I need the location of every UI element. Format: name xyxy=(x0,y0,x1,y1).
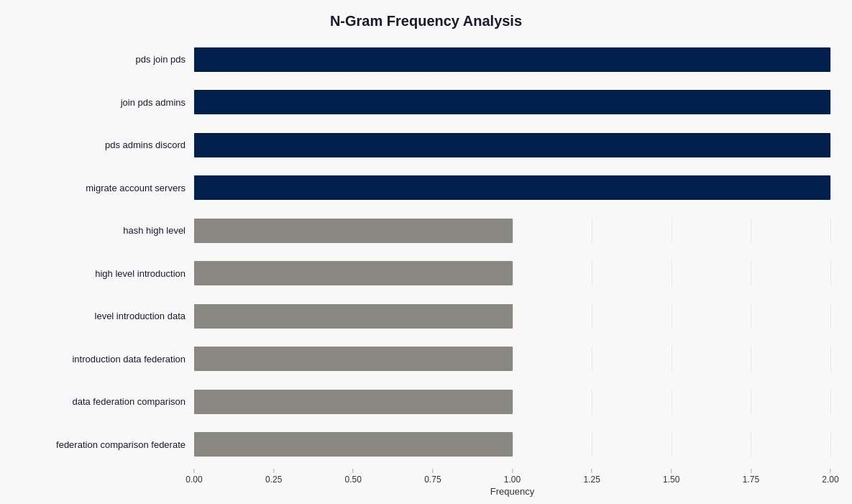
bar-label: level introduction data xyxy=(22,311,194,321)
x-tick-line xyxy=(193,469,194,473)
bar-track xyxy=(194,304,830,329)
bar-track xyxy=(194,432,830,457)
x-tick: 1.25 xyxy=(583,469,600,485)
x-tick-label: 0.50 xyxy=(345,475,362,485)
x-tick-line xyxy=(830,469,830,473)
x-tick-line xyxy=(512,469,513,473)
bar-label: data federation comparison xyxy=(22,396,194,407)
bar-row: pds admins discord xyxy=(22,124,830,167)
bar-fill xyxy=(194,219,513,243)
bar-track xyxy=(194,219,830,243)
bar-label: pds admins discord xyxy=(22,139,194,150)
x-tick-label: 1.75 xyxy=(743,475,759,485)
bar-row: level introduction data xyxy=(22,295,830,338)
x-tick-line xyxy=(432,469,433,473)
x-tick: 2.00 xyxy=(822,469,838,485)
x-tick-label: 0.00 xyxy=(185,475,202,485)
x-tick: 0.50 xyxy=(345,469,362,485)
x-tick-label: 0.75 xyxy=(424,475,441,485)
bar-row: pds join pds xyxy=(22,38,830,81)
x-tick: 0.25 xyxy=(265,469,282,485)
x-tick-line xyxy=(273,469,274,473)
bar-row: hash high level xyxy=(22,209,830,252)
bar-track xyxy=(194,133,830,157)
bar-track xyxy=(194,390,830,414)
x-tick: 0.00 xyxy=(185,469,202,485)
bar-track xyxy=(194,261,830,285)
bar-label: join pds admins xyxy=(22,97,194,108)
x-tick-label: 2.00 xyxy=(822,475,838,485)
bar-label: migrate account servers xyxy=(22,183,194,193)
bar-row: introduction data federation xyxy=(22,338,830,381)
bar-fill xyxy=(194,175,830,200)
x-tick-line xyxy=(671,469,672,473)
chart-area: pds join pdsjoin pds adminspds admins di… xyxy=(22,38,830,497)
x-tick-label: 1.00 xyxy=(504,475,521,485)
x-axis-area: 0.000.250.500.751.001.251.501.752.00 Fre… xyxy=(22,469,830,497)
x-tick-label: 1.25 xyxy=(583,475,600,485)
x-tick: 1.00 xyxy=(504,469,521,485)
bar-fill xyxy=(194,47,830,72)
bar-label: hash high level xyxy=(22,225,194,236)
x-tick-label: 0.25 xyxy=(265,475,282,485)
x-axis-label: Frequency xyxy=(194,486,830,497)
bar-label: high level introduction xyxy=(22,268,194,279)
bar-track xyxy=(194,347,830,371)
bar-fill xyxy=(194,347,513,371)
x-ticks: 0.000.250.500.751.001.251.501.752.00 xyxy=(194,469,830,483)
bar-label: pds join pds xyxy=(22,54,194,65)
bar-label: introduction data federation xyxy=(22,354,194,365)
bar-row: migrate account servers xyxy=(22,167,830,210)
bar-track xyxy=(194,90,830,114)
bar-row: federation comparison federate xyxy=(22,423,830,467)
bar-fill xyxy=(194,304,513,329)
bar-fill xyxy=(194,432,513,457)
bar-label: federation comparison federate xyxy=(22,439,194,450)
bar-track xyxy=(194,175,830,200)
chart-title: N-Gram Frequency Analysis xyxy=(330,13,522,29)
x-tick: 0.75 xyxy=(424,469,441,485)
bar-fill xyxy=(194,133,830,157)
bar-track xyxy=(194,47,830,72)
x-tick-line xyxy=(592,469,592,473)
bar-row: high level introduction xyxy=(22,252,830,295)
bar-row: data federation comparison xyxy=(22,380,830,423)
x-tick: 1.75 xyxy=(743,469,759,485)
bar-fill xyxy=(194,261,513,285)
bar-fill xyxy=(194,390,513,414)
bar-row: join pds admins xyxy=(22,81,830,124)
bar-fill xyxy=(194,90,830,114)
x-tick-label: 1.50 xyxy=(663,475,679,485)
x-tick-line xyxy=(353,469,354,473)
bars-section: pds join pdsjoin pds adminspds admins di… xyxy=(22,38,830,466)
chart-container: N-Gram Frequency Analysis pds join pdsjo… xyxy=(0,0,852,504)
x-tick: 1.50 xyxy=(663,469,679,485)
x-tick-line xyxy=(751,469,751,473)
